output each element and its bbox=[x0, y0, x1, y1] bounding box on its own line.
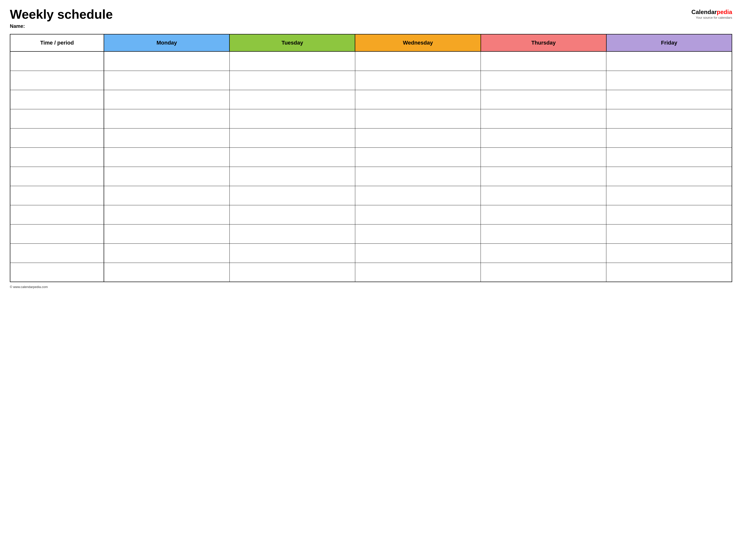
day-cell[interactable] bbox=[355, 128, 481, 148]
day-cell[interactable] bbox=[355, 167, 481, 186]
day-cell[interactable] bbox=[355, 148, 481, 167]
day-cell[interactable] bbox=[229, 109, 355, 128]
day-cell[interactable] bbox=[481, 51, 606, 71]
day-cell[interactable] bbox=[229, 148, 355, 167]
footer: © www.calendarpedia.com bbox=[10, 285, 732, 289]
day-cell[interactable] bbox=[229, 205, 355, 224]
day-cell[interactable] bbox=[355, 51, 481, 71]
time-cell[interactable] bbox=[10, 51, 104, 71]
time-cell[interactable] bbox=[10, 109, 104, 128]
day-cell[interactable] bbox=[606, 205, 732, 224]
day-cell[interactable] bbox=[481, 109, 606, 128]
day-cell[interactable] bbox=[481, 128, 606, 148]
day-cell[interactable] bbox=[104, 224, 229, 243]
table-row bbox=[10, 148, 732, 167]
day-cell[interactable] bbox=[606, 71, 732, 90]
day-cell[interactable] bbox=[104, 128, 229, 148]
day-cell[interactable] bbox=[229, 90, 355, 109]
day-cell[interactable] bbox=[606, 51, 732, 71]
day-cell[interactable] bbox=[229, 243, 355, 263]
title-area: Weekly schedule Name: bbox=[10, 7, 113, 29]
day-cell[interactable] bbox=[229, 128, 355, 148]
day-cell[interactable] bbox=[606, 186, 732, 205]
footer-url: © www.calendarpedia.com bbox=[10, 285, 48, 289]
header-tuesday: Tuesday bbox=[229, 34, 355, 51]
time-cell[interactable] bbox=[10, 90, 104, 109]
day-cell[interactable] bbox=[229, 263, 355, 282]
table-row bbox=[10, 186, 732, 205]
logo-tagline: Your source for calendars bbox=[696, 16, 732, 19]
day-cell[interactable] bbox=[229, 71, 355, 90]
day-cell[interactable] bbox=[104, 51, 229, 71]
time-cell[interactable] bbox=[10, 243, 104, 263]
day-cell[interactable] bbox=[606, 90, 732, 109]
time-cell[interactable] bbox=[10, 71, 104, 90]
table-row bbox=[10, 109, 732, 128]
day-cell[interactable] bbox=[481, 71, 606, 90]
day-cell[interactable] bbox=[355, 109, 481, 128]
time-cell[interactable] bbox=[10, 263, 104, 282]
day-cell[interactable] bbox=[481, 90, 606, 109]
header-friday: Friday bbox=[606, 34, 732, 51]
day-cell[interactable] bbox=[606, 224, 732, 243]
day-cell[interactable] bbox=[355, 90, 481, 109]
day-cell[interactable] bbox=[229, 224, 355, 243]
day-cell[interactable] bbox=[104, 71, 229, 90]
day-cell[interactable] bbox=[104, 90, 229, 109]
time-cell[interactable] bbox=[10, 186, 104, 205]
table-row bbox=[10, 71, 732, 90]
table-row bbox=[10, 167, 732, 186]
day-cell[interactable] bbox=[104, 167, 229, 186]
day-cell[interactable] bbox=[606, 243, 732, 263]
day-cell[interactable] bbox=[481, 263, 606, 282]
day-cell[interactable] bbox=[481, 243, 606, 263]
day-cell[interactable] bbox=[355, 263, 481, 282]
day-cell[interactable] bbox=[606, 148, 732, 167]
day-cell[interactable] bbox=[355, 186, 481, 205]
day-cell[interactable] bbox=[104, 186, 229, 205]
day-cell[interactable] bbox=[229, 51, 355, 71]
logo-text: Calendarpedia bbox=[692, 9, 732, 16]
table-row bbox=[10, 90, 732, 109]
page-title: Weekly schedule bbox=[10, 7, 113, 21]
table-row bbox=[10, 263, 732, 282]
table-row bbox=[10, 51, 732, 71]
day-cell[interactable] bbox=[229, 186, 355, 205]
name-label: Name: bbox=[10, 23, 113, 29]
day-cell[interactable] bbox=[355, 243, 481, 263]
table-header-row: Time / period Monday Tuesday Wednesday T… bbox=[10, 34, 732, 51]
day-cell[interactable] bbox=[481, 224, 606, 243]
table-row bbox=[10, 243, 732, 263]
day-cell[interactable] bbox=[606, 109, 732, 128]
header-thursday: Thursday bbox=[481, 34, 606, 51]
time-cell[interactable] bbox=[10, 148, 104, 167]
table-row bbox=[10, 224, 732, 243]
time-cell[interactable] bbox=[10, 167, 104, 186]
day-cell[interactable] bbox=[355, 205, 481, 224]
day-cell[interactable] bbox=[481, 167, 606, 186]
day-cell[interactable] bbox=[355, 71, 481, 90]
table-row bbox=[10, 205, 732, 224]
day-cell[interactable] bbox=[104, 205, 229, 224]
time-cell[interactable] bbox=[10, 205, 104, 224]
day-cell[interactable] bbox=[104, 109, 229, 128]
time-cell[interactable] bbox=[10, 224, 104, 243]
day-cell[interactable] bbox=[229, 167, 355, 186]
day-cell[interactable] bbox=[606, 167, 732, 186]
day-cell[interactable] bbox=[481, 205, 606, 224]
day-cell[interactable] bbox=[104, 243, 229, 263]
header-section: Weekly schedule Name: Calendarpedia Your… bbox=[10, 7, 732, 29]
schedule-table: Time / period Monday Tuesday Wednesday T… bbox=[10, 34, 732, 282]
logo-pedia: pedia bbox=[717, 9, 732, 15]
time-cell[interactable] bbox=[10, 128, 104, 148]
day-cell[interactable] bbox=[355, 224, 481, 243]
day-cell[interactable] bbox=[481, 186, 606, 205]
logo-area: Calendarpedia Your source for calendars bbox=[692, 9, 732, 19]
day-cell[interactable] bbox=[481, 148, 606, 167]
day-cell[interactable] bbox=[104, 148, 229, 167]
header-wednesday: Wednesday bbox=[355, 34, 481, 51]
day-cell[interactable] bbox=[606, 263, 732, 282]
day-cell[interactable] bbox=[606, 128, 732, 148]
table-row bbox=[10, 128, 732, 148]
day-cell[interactable] bbox=[104, 263, 229, 282]
